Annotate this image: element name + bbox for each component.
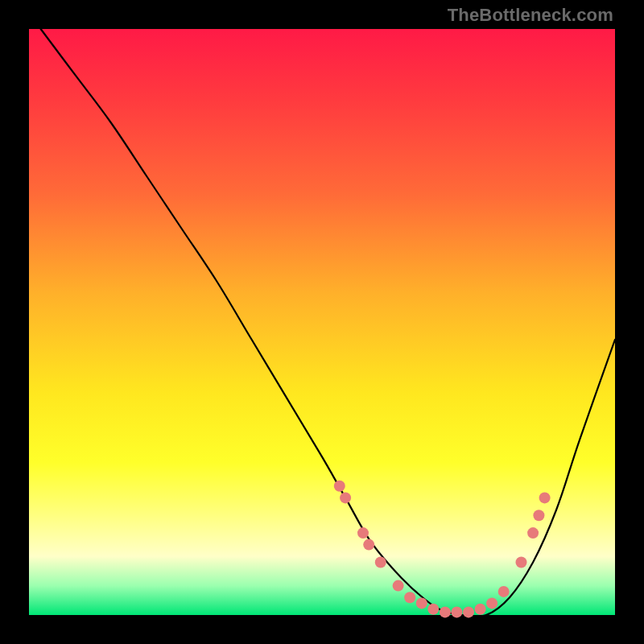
marker-dot — [516, 557, 527, 568]
marker-dot — [404, 592, 415, 603]
marker-dot — [475, 604, 486, 615]
marker-dot — [440, 606, 451, 617]
marker-dot — [375, 557, 386, 568]
marker-dot — [416, 597, 427, 609]
marker-dot — [357, 527, 369, 539]
marker-dot — [527, 527, 539, 539]
marker-dot — [393, 580, 404, 592]
curve-svg — [29, 29, 615, 615]
marker-dot — [498, 586, 510, 597]
marker-group — [334, 481, 551, 618]
marker-dot — [340, 492, 351, 503]
marker-dot — [427, 604, 439, 615]
attribution-text: TheBottleneck.com — [448, 5, 613, 26]
chart-frame: TheBottleneck.com — [0, 0, 644, 644]
marker-dot — [463, 606, 474, 617]
bottleneck-curve — [41, 29, 615, 617]
plot-area — [29, 29, 615, 615]
marker-dot — [533, 510, 544, 521]
marker-dot — [363, 539, 374, 551]
marker-dot — [334, 481, 345, 492]
marker-dot — [451, 606, 462, 617]
marker-dot — [486, 597, 497, 609]
marker-dot — [539, 492, 551, 503]
